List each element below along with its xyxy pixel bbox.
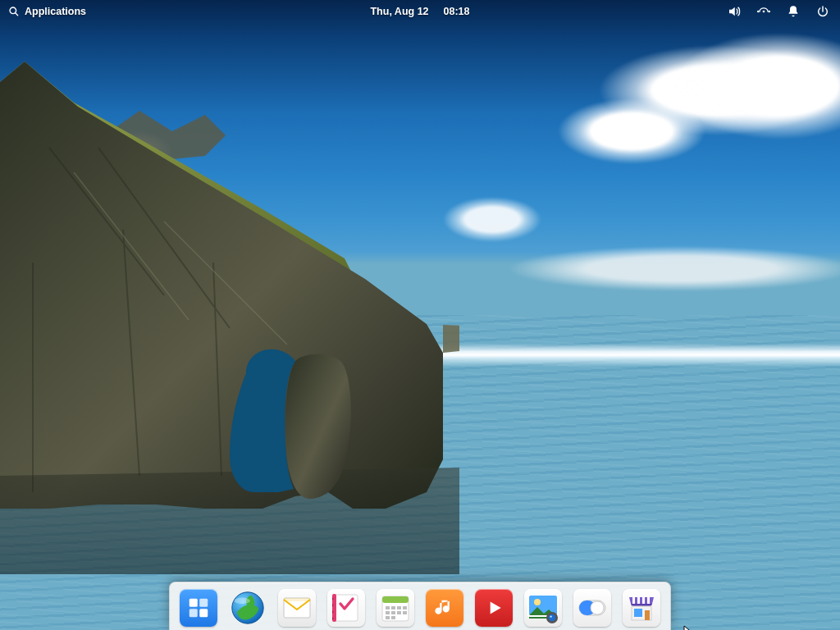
svg-rect-20 — [386, 606, 390, 609]
svg-point-34 — [549, 614, 555, 621]
keyboard-layout-icon — [756, 6, 772, 17]
dock-item-tasks[interactable] — [327, 589, 365, 627]
dock-item-calendar[interactable] — [377, 589, 414, 627]
panel-time[interactable]: 08:18 — [444, 6, 470, 17]
svg-rect-23 — [403, 606, 407, 609]
web-icon — [229, 589, 267, 627]
mail-icon — [283, 597, 311, 619]
music-icon — [433, 596, 456, 619]
svg-rect-22 — [397, 606, 401, 609]
svg-rect-42 — [647, 597, 650, 604]
notifications-indicator[interactable] — [784, 2, 802, 21]
search-icon — [8, 6, 20, 17]
session-indicator[interactable] — [814, 2, 832, 21]
notifications-icon — [787, 5, 800, 18]
power-icon — [816, 5, 829, 18]
dock-item-photos[interactable] — [524, 589, 562, 627]
svg-rect-39 — [632, 597, 635, 604]
svg-rect-44 — [634, 609, 642, 617]
svg-rect-7 — [199, 609, 208, 617]
tasks-icon — [332, 592, 360, 623]
svg-rect-19 — [382, 596, 409, 603]
dock-item-multitasking[interactable] — [180, 589, 217, 627]
svg-rect-45 — [645, 610, 650, 620]
dock-item-settings[interactable] — [573, 589, 611, 627]
svg-point-9 — [235, 598, 250, 605]
svg-rect-27 — [403, 611, 407, 614]
mouse-cursor — [683, 625, 695, 630]
svg-rect-25 — [391, 611, 395, 614]
dock-item-music[interactable] — [426, 589, 463, 627]
dock — [169, 582, 671, 630]
svg-rect-21 — [391, 606, 395, 609]
panel-date[interactable]: Thu, Aug 12 — [370, 6, 428, 17]
videos-icon — [483, 597, 504, 619]
calendar-icon — [381, 593, 410, 623]
svg-rect-26 — [397, 611, 401, 614]
svg-point-38 — [591, 601, 604, 614]
svg-rect-40 — [637, 597, 640, 604]
dock-item-appcenter[interactable] — [623, 589, 660, 627]
svg-point-3 — [763, 11, 765, 13]
dock-item-mail[interactable] — [278, 589, 316, 627]
svg-rect-6 — [189, 609, 198, 617]
settings-icon — [578, 598, 606, 618]
applications-label: Applications — [25, 6, 86, 17]
svg-rect-5 — [199, 599, 208, 607]
sound-icon — [727, 4, 742, 19]
svg-rect-4 — [189, 599, 198, 607]
dock-item-web[interactable] — [229, 589, 267, 627]
svg-point-31 — [534, 599, 541, 605]
applications-menu[interactable]: Applications — [8, 6, 86, 17]
svg-rect-29 — [391, 616, 395, 619]
svg-rect-41 — [642, 597, 645, 604]
svg-rect-28 — [386, 616, 390, 619]
multitasking-icon — [186, 596, 211, 620]
wallpaper-cliff — [0, 49, 459, 574]
keyboard-indicator[interactable] — [755, 2, 773, 21]
svg-point-35 — [550, 615, 551, 617]
appcenter-icon — [626, 592, 657, 623]
svg-point-1 — [757, 11, 760, 13]
svg-point-2 — [768, 11, 770, 13]
top-panel: Applications Thu, Aug 12 08:18 — [0, 0, 840, 23]
desktop-wallpaper[interactable] — [0, 0, 840, 630]
wallpaper-surf — [427, 344, 840, 367]
svg-rect-24 — [386, 611, 390, 614]
dock-item-videos[interactable] — [475, 589, 513, 627]
svg-rect-11 — [284, 598, 310, 601]
photos-icon — [526, 591, 560, 625]
sound-indicator[interactable] — [725, 2, 743, 21]
